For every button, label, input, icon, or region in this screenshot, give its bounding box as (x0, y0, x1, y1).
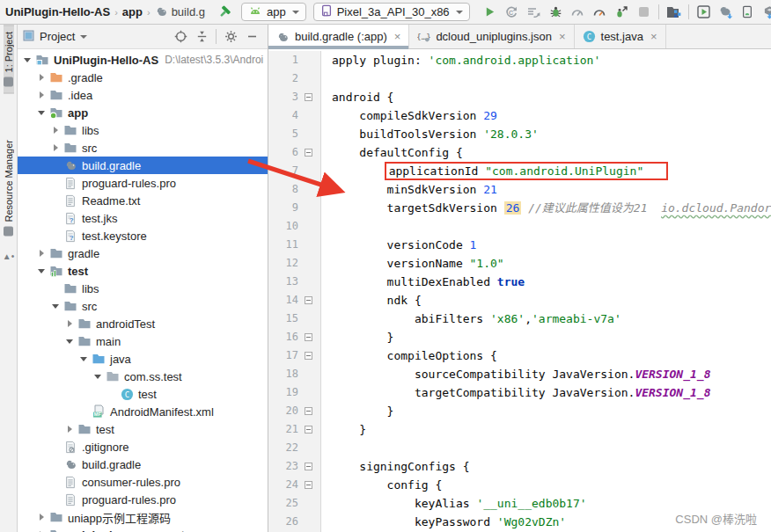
code-line-18[interactable]: sourceCompatibility JavaVersion.VERSION_… (332, 365, 771, 383)
code-line-3[interactable]: android { (332, 88, 771, 106)
profile-icon[interactable] (589, 2, 611, 23)
editor-tab-test.java[interactable]: Ctest.java× (575, 25, 666, 48)
tree-item-test[interactable]: test (18, 420, 268, 438)
code-line-21[interactable]: } (332, 420, 771, 439)
chevron-collapsed-icon[interactable] (65, 425, 74, 434)
tree-item-test[interactable]: Ctest (18, 385, 268, 403)
tree-item-consumer-rules.pro[interactable]: consumer-rules.pro (18, 473, 268, 491)
fold-marker-icon[interactable] (298, 296, 318, 304)
tree-item-uniplugin-hello-as[interactable]: UniPlugin-Hello-AS D:\latest\3.5.3\Andro… (18, 51, 268, 69)
code-line-22[interactable] (332, 439, 771, 457)
code-line-10[interactable] (332, 217, 771, 236)
settings-icon[interactable] (220, 26, 241, 47)
breadcrumb-item[interactable]: build.g (155, 5, 205, 18)
code-line-7[interactable]: applicationId "com.android.UniPlugin" (332, 162, 771, 180)
chevron-expanded-icon[interactable] (23, 55, 32, 64)
code-line-24[interactable]: config { (332, 476, 771, 494)
code-line-14[interactable]: ndk { (332, 291, 771, 310)
locate-icon[interactable] (170, 26, 191, 47)
editor-tab-build.gradle-app-[interactable]: build.gradle (:app)× (268, 25, 409, 48)
tree-item-build.gradle[interactable]: build.gradle (18, 455, 268, 473)
tool-window-tab-project[interactable]: 1: Project (4, 25, 14, 93)
code-line-5[interactable]: buildToolsVersion '28.0.3' (332, 125, 771, 143)
code-line-19[interactable]: targetCompatibility JavaVersion.VERSION_… (332, 383, 771, 402)
tree-item-libs[interactable]: libs (18, 121, 268, 139)
run-icon[interactable] (479, 2, 501, 23)
tree-item-test.keystore[interactable]: ?test.keystore (18, 227, 268, 244)
breadcrumb-item[interactable]: app (122, 5, 143, 18)
gradle-sync-icon[interactable] (715, 2, 737, 23)
chevron-expanded-icon[interactable] (51, 302, 60, 310)
tree-item-androidmanifest.xml[interactable]: MFAndroidManifest.xml (18, 403, 268, 420)
chevron-collapsed-icon[interactable] (65, 319, 74, 328)
collapse-all-icon[interactable] (191, 26, 212, 47)
tree-item-app[interactable]: app (18, 104, 268, 121)
chevron-collapsed-icon[interactable] (37, 73, 46, 82)
code-line-2[interactable] (332, 69, 771, 88)
code-line-1[interactable]: apply plugin: 'com.android.application' (332, 51, 771, 69)
stop-icon[interactable] (633, 2, 655, 23)
code-line-17[interactable]: compileOptions { (332, 346, 771, 365)
device-select[interactable]: Pixel_3a_API_30_x86 (313, 3, 470, 21)
run-configuration-select[interactable]: app (241, 3, 306, 21)
tree-item-.idea[interactable]: .idea (18, 86, 268, 104)
chevron-expanded-icon[interactable] (79, 354, 88, 363)
breadcrumb-item[interactable]: UniPlugin-Hello-AS (5, 5, 110, 18)
tree-item-libs[interactable]: libs (18, 280, 268, 297)
chevron-expanded-icon[interactable] (37, 266, 46, 275)
apply-changes-restart-icon[interactable]: C (501, 2, 523, 23)
fold-marker-icon[interactable] (298, 407, 318, 415)
tree-item-readme.txt[interactable]: Readme.txt (18, 192, 268, 209)
tree-item-test[interactable]: test (18, 262, 268, 280)
tool-window-tab-resource-manager[interactable]: Resource Manager (4, 134, 14, 243)
chevron-collapsed-icon[interactable] (51, 143, 60, 152)
project-panel-title[interactable]: Project (40, 30, 75, 43)
debug-icon[interactable] (545, 2, 567, 23)
tree-item-proguard-rules.pro[interactable]: proguard-rules.pro (18, 491, 268, 508)
fold-marker-icon[interactable] (298, 481, 318, 489)
fold-marker-icon[interactable] (298, 463, 318, 470)
sdk-manager-icon[interactable] (759, 2, 771, 23)
code-line-20[interactable]: } (332, 402, 771, 420)
chevron-collapsed-icon[interactable] (37, 249, 46, 258)
code-line-9[interactable]: targetSdkVersion 26 //建议此属性值设为21 io.dclo… (332, 199, 771, 217)
close-icon[interactable]: × (559, 30, 566, 43)
tree-item-build.gradle[interactable]: build.gradle (18, 157, 268, 174)
tree-item-gradle[interactable]: gradle (18, 244, 268, 262)
code-line-6[interactable]: defaultConfig { (332, 143, 771, 162)
tree-item-main[interactable]: main (18, 332, 268, 350)
attach-debugger-icon[interactable] (611, 2, 633, 23)
avd-manager-icon[interactable] (737, 2, 759, 23)
code-line-13[interactable]: multiDexEnabled true (332, 273, 771, 291)
chevron-collapsed-icon[interactable] (51, 126, 60, 135)
close-icon[interactable]: × (650, 30, 657, 43)
tree-item-test.jks[interactable]: ?test.jks (18, 209, 268, 227)
chevron-collapsed-icon[interactable] (37, 91, 46, 99)
chevron-expanded-icon[interactable] (37, 108, 46, 117)
fold-marker-icon[interactable] (298, 93, 318, 101)
make-project-button[interactable] (217, 2, 232, 23)
chevron-collapsed-icon[interactable] (37, 513, 46, 521)
code-line-11[interactable]: versionCode 1 (332, 236, 771, 254)
chevron-expanded-icon[interactable] (65, 337, 74, 346)
tree-item-java[interactable]: java (18, 350, 268, 368)
code-line-16[interactable]: } (332, 328, 771, 346)
tree-item-src[interactable]: src (18, 297, 268, 315)
fold-marker-icon[interactable] (298, 352, 318, 360)
tree-item-androidtest[interactable]: androidTest (18, 315, 268, 332)
fold-marker-icon[interactable] (298, 149, 318, 157)
tree-item-uniapp-[interactable]: uniapp示例工程源码 (18, 508, 268, 526)
tree-item-src[interactable]: src (18, 139, 268, 157)
chevron-down-icon[interactable] (80, 35, 87, 39)
chevron-expanded-icon[interactable] (93, 372, 102, 381)
code-editor[interactable]: 1234567891011121314151617181920212223242… (268, 49, 771, 532)
tree-item-.gitignore[interactable]: .gitignore (18, 438, 268, 455)
tree-item-uniplugin-component[interactable]: uniplugin-component (18, 526, 268, 532)
code-line-8[interactable]: minSdkVersion 21 (332, 180, 771, 199)
device-manager-icon[interactable] (663, 2, 685, 23)
fold-marker-icon[interactable] (298, 333, 318, 341)
code-line-15[interactable]: abiFilters 'x86','armeabi-v7a' (332, 310, 771, 328)
editor-tab-dcloud_uniplugins.json[interactable]: {…}dcloud_uniplugins.json× (409, 25, 574, 48)
tree-item-proguard-rules.pro[interactable]: proguard-rules.pro (18, 174, 268, 192)
tree-item-.gradle[interactable]: .gradle (18, 69, 268, 86)
